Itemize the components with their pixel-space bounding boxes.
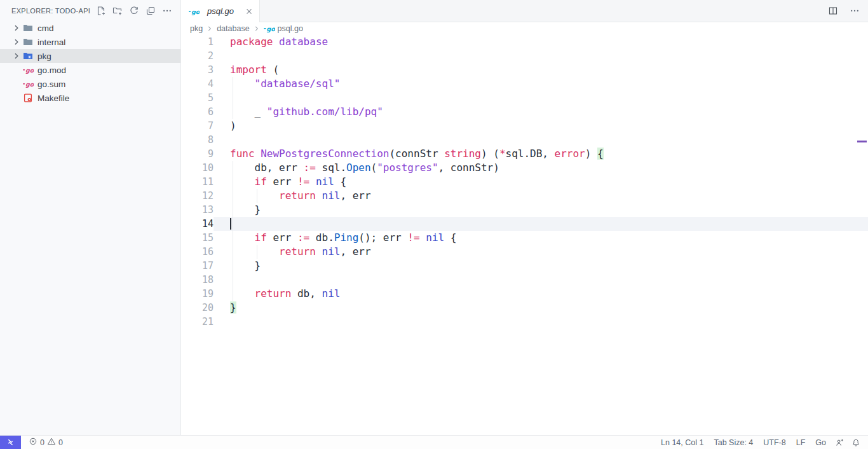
go-file-icon: go [264, 25, 275, 32]
status-cursor-position[interactable]: Ln 14, Col 1 [656, 436, 709, 449]
line-content[interactable]: ) [214, 119, 868, 133]
line-content[interactable]: return nil, err [214, 245, 868, 259]
line-number[interactable]: 21 [181, 315, 214, 329]
collapse-folders-icon[interactable] [144, 4, 158, 18]
tree-item-go-mod[interactable]: gogo.mod [0, 63, 180, 77]
status-language-mode[interactable]: Go [810, 436, 831, 449]
notifications-bell-icon[interactable] [848, 436, 864, 449]
status-tab-size[interactable]: Tab Size: 4 [709, 436, 758, 449]
makefile-icon [23, 93, 34, 103]
svg-text:go: go [25, 67, 34, 74]
line-number[interactable]: 18 [181, 273, 214, 287]
tree-item-Makefile[interactable]: Makefile [0, 91, 180, 105]
line-number[interactable]: 10 [181, 161, 214, 175]
indent-guide [233, 217, 233, 231]
line-number[interactable]: 7 [181, 119, 214, 133]
line-number[interactable]: 5 [181, 91, 214, 105]
line-number[interactable]: 3 [181, 63, 214, 77]
editor-more-actions-icon[interactable] [848, 4, 862, 18]
line-content[interactable]: if err := db.Ping(); err != nil { [214, 231, 868, 245]
problems-button[interactable]: 0 0 [24, 436, 68, 449]
chevron-right-icon[interactable] [11, 51, 23, 61]
line-number[interactable]: 2 [181, 49, 214, 63]
line-content[interactable]: package database [214, 35, 868, 49]
line-number[interactable]: 20 [181, 301, 214, 315]
line-number[interactable]: 6 [181, 105, 214, 119]
code-line-12: 12 return nil, err [181, 189, 868, 203]
line-content[interactable]: db, err := sql.Open("postgres", connStr) [214, 161, 868, 175]
more-actions-icon[interactable] [160, 4, 174, 18]
explorer-sidebar: EXPLORER: TODO-API cmdinternalpkggogo.mo… [0, 0, 181, 435]
chevron-right-icon[interactable] [11, 37, 23, 47]
line-content[interactable]: } [214, 259, 868, 273]
line-number[interactable]: 4 [181, 77, 214, 91]
overview-ruler-cursor-marker [857, 141, 867, 142]
error-count: 0 [40, 438, 44, 447]
line-content[interactable]: } [214, 203, 868, 217]
status-eol[interactable]: LF [791, 436, 811, 449]
editor-actions [826, 0, 862, 22]
line-number[interactable]: 14 [181, 217, 214, 231]
new-folder-icon[interactable] [111, 4, 125, 18]
line-content[interactable] [214, 315, 868, 329]
tree-item-pkg[interactable]: pkg [0, 49, 180, 63]
line-number[interactable]: 13 [181, 203, 214, 217]
feedback-icon[interactable] [831, 436, 848, 449]
line-number[interactable]: 19 [181, 287, 214, 301]
warning-icon [47, 437, 56, 448]
line-number[interactable]: 16 [181, 245, 214, 259]
folder-icon [23, 37, 34, 47]
line-content[interactable]: return db, nil [214, 287, 868, 301]
line-content[interactable]: import ( [214, 63, 868, 77]
code-line-15: 15 if err := db.Ping(); err != nil { [181, 231, 868, 245]
line-number[interactable]: 17 [181, 259, 214, 273]
code-line-4: 4 "database/sql" [181, 77, 868, 91]
split-editor-icon[interactable] [826, 4, 840, 18]
tree-item-label: internal [37, 38, 65, 47]
line-content[interactable]: } [214, 301, 868, 315]
line-content[interactable]: _ "github.com/lib/pq" [214, 105, 868, 119]
line-content[interactable] [214, 133, 868, 147]
line-content[interactable] [214, 217, 868, 231]
line-number[interactable]: 11 [181, 175, 214, 189]
line-content[interactable]: return nil, err [214, 189, 868, 203]
line-number[interactable]: 9 [181, 147, 214, 161]
breadcrumb-item-file[interactable]: gopsql.go [264, 24, 303, 33]
line-content[interactable]: if err != nil { [214, 175, 868, 189]
line-number[interactable]: 8 [181, 133, 214, 147]
tree-indent [11, 79, 23, 89]
tree-item-cmd[interactable]: cmd [0, 21, 180, 35]
tree-item-label: pkg [37, 52, 51, 61]
chevron-right-icon[interactable] [11, 23, 23, 33]
indent-guide [233, 189, 233, 203]
tree-item-go-sum[interactable]: gogo.sum [0, 77, 180, 91]
status-bar: 0 0 Ln 14, Col 1Tab Size: 4UTF-8LFGo [0, 435, 868, 449]
line-content[interactable] [214, 91, 868, 105]
indent-guide [233, 203, 233, 217]
line-number[interactable]: 15 [181, 231, 214, 245]
remote-indicator-button[interactable] [0, 436, 21, 449]
status-encoding[interactable]: UTF-8 [758, 436, 790, 449]
code-editor[interactable]: 1package database23import (4 "database/s… [181, 35, 868, 435]
line-number[interactable]: 12 [181, 189, 214, 203]
refresh-explorer-icon[interactable] [127, 4, 141, 18]
breadcrumb-item-pkg[interactable]: pkg [190, 24, 203, 33]
line-content[interactable]: "database/sql" [214, 77, 868, 91]
new-file-icon[interactable] [94, 4, 108, 18]
line-number[interactable]: 1 [181, 35, 214, 49]
tree-item-internal[interactable]: internal [0, 35, 180, 49]
close-tab-icon[interactable] [243, 5, 255, 18]
code-line-1: 1package database [181, 35, 868, 49]
breadcrumb-separator-icon [252, 24, 261, 33]
tab-psql-go[interactable]: go psql.go [181, 0, 260, 22]
line-content[interactable]: func NewPostgresConnection(connStr strin… [214, 147, 868, 161]
line-content[interactable] [214, 273, 868, 287]
go-file-icon: go [189, 6, 200, 17]
code-line-10: 10 db, err := sql.Open("postgres", connS… [181, 161, 868, 175]
tab-title: psql.go [207, 6, 239, 16]
breadcrumb-item-database[interactable]: database [217, 24, 249, 33]
line-content[interactable] [214, 49, 868, 63]
tree-item-label: cmd [37, 24, 54, 33]
code-line-7: 7) [181, 119, 868, 133]
indent-guide [233, 175, 233, 189]
